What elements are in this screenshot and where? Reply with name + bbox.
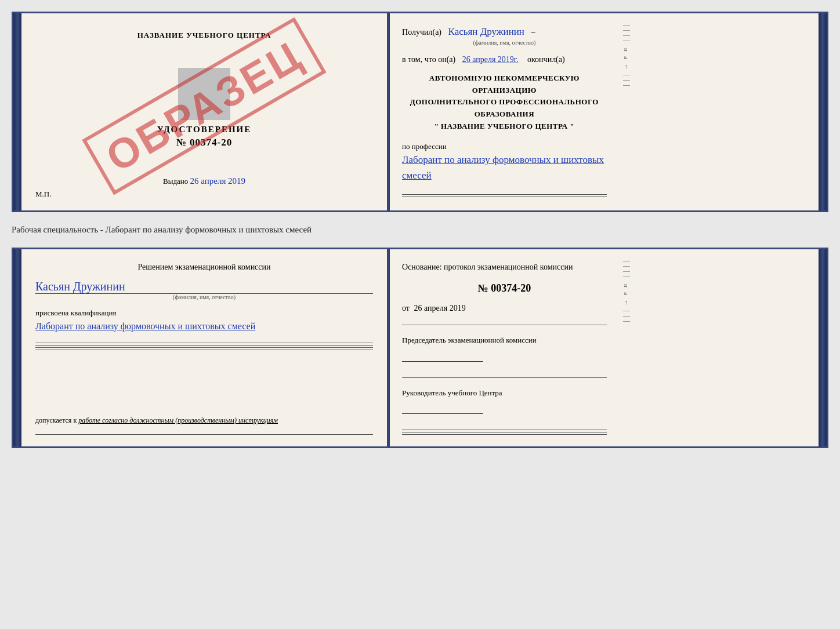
bottom-left-lines: [35, 343, 373, 350]
poluchil-label: Получил(а): [402, 28, 441, 37]
margin-lines-top: и а ←: [621, 13, 632, 210]
photo-placeholder: [178, 68, 230, 120]
top-card-right: Получил(а) Касьян Дружинин – (фамилия, и…: [388, 13, 621, 210]
line-b3: [35, 347, 373, 348]
vtom-block: в том, что он(а) 26 апреля 2019г. окончи…: [402, 55, 607, 64]
line-f1: [35, 434, 373, 435]
bottom-document-card: Решением экзаменационной комиссии Касьян…: [12, 248, 828, 448]
school-title: НАЗВАНИЕ УЧЕБНОГО ЦЕНТРА: [137, 31, 271, 40]
kvali-value: Лаборант по анализу формовочных и шихтов…: [35, 319, 373, 334]
org-line3: " НАЗВАНИЕ УЧЕБНОГО ЦЕНТРА ": [402, 121, 607, 133]
margin-b-и: и: [623, 284, 630, 288]
protocol-date-line: от 26 апреля 2019: [402, 304, 607, 313]
predsedatel-label: Председатель экзаменационной комиссии: [402, 335, 607, 347]
bottom-left-final-lines: [35, 434, 373, 435]
vtom-label: в том, что он(а): [402, 55, 455, 64]
binding-left-top: [13, 13, 21, 210]
predsedatel-block: Председатель экзаменационной комиссии: [402, 335, 607, 366]
rukovoditель-label: Руководитель учебного Центра: [402, 387, 607, 399]
okonchil-label: окончил(а): [527, 55, 565, 64]
bottom-right-remaining: [402, 430, 607, 435]
org-line2: ДОПОЛНИТЕЛЬНОГО ПРОФЕССИОНАЛЬНОГО ОБРАЗО…: [402, 96, 607, 121]
line-r1: [402, 325, 607, 325]
line-r4: [402, 432, 607, 432]
reshenie-header: Решением экзаменационной комиссии: [35, 261, 373, 273]
margin-text-и: и: [623, 48, 630, 52]
line2: [402, 197, 607, 197]
binding-right-top: [819, 13, 827, 210]
margin-b-left: ←: [623, 300, 630, 306]
line-r3: [402, 430, 607, 430]
top-card-left: НАЗВАНИЕ УЧЕБНОГО ЦЕНТРА ОБРАЗЕЦ УДОСТОВ…: [21, 13, 388, 210]
protocol-date-prefix: от: [402, 304, 410, 312]
issued-label: Выдано: [163, 177, 188, 186]
binding-left-bottom: [13, 249, 21, 446]
line-b1: [35, 343, 373, 343]
middle-specialty-text: Рабочая специальность - Лаборант по анал…: [12, 221, 828, 238]
prof-label: по профессии: [402, 141, 607, 152]
top-document-card: НАЗВАНИЕ УЧЕБНОГО ЦЕНТРА ОБРАЗЕЦ УДОСТОВ…: [12, 12, 828, 212]
mp-label: М.П.: [35, 190, 51, 199]
bottom-right-line1: [402, 325, 607, 325]
margin-b-а: а: [623, 292, 630, 295]
dopuskaetsya-block: допускается к работе согласно должностны…: [35, 416, 373, 425]
protocol-number: № 00374-20: [402, 282, 607, 294]
vtom-date: 26 апреля 2019г.: [462, 55, 519, 64]
bottom-right-line2: [402, 377, 607, 378]
bottom-card-left: Решением экзаменационной комиссии Касьян…: [21, 249, 388, 446]
prof-block: по профессии Лаборант по анализу формово…: [402, 141, 607, 184]
kvali-label: присвоена квалификация: [35, 307, 373, 319]
predsedatel-signature: [402, 351, 483, 362]
org-block: АВТОНОМНУЮ НЕКОММЕРЧЕСКУЮ ОРГАНИЗАЦИЮ ДО…: [402, 72, 607, 133]
kvali-block: присвоена квалификация Лаборант по анали…: [35, 307, 373, 333]
bottom-name-sublabel: (фамилия, имя, отчество): [35, 294, 373, 300]
dopuskaetsya-label: допускается к: [35, 416, 77, 424]
rukovoditель-signature: [402, 403, 483, 414]
binding-right-bottom: [819, 249, 827, 446]
margin-lines-bottom: и а ←: [621, 249, 632, 446]
cert-number: № 00374-20: [176, 137, 233, 148]
recipient-name: Касьян Дружинин: [448, 26, 524, 37]
line-b2: [35, 345, 373, 346]
cert-label: УДОСТОВЕРЕНИЕ: [157, 125, 252, 134]
rukovoditель-block: Руководитель учебного Центра: [402, 387, 607, 419]
poluchil-block: Получил(а) Касьян Дружинин – (фамилия, и…: [402, 25, 607, 47]
margin-text-а: а: [623, 56, 630, 59]
bottom-name: Касьян Дружинин: [35, 280, 373, 294]
bottom-card-right: Основание: протокол экзаменационной коми…: [388, 249, 621, 446]
margin-text-left: ←: [623, 64, 630, 70]
underlines-top: [402, 194, 607, 197]
prof-value: Лаборант по анализу формовочных и шихтов…: [402, 152, 607, 183]
line1: [402, 194, 607, 195]
line-r5: [402, 434, 607, 435]
bottom-name-block: Касьян Дружинин (фамилия, имя, отчество): [35, 280, 373, 300]
dopuskaetsya-text: работе согласно должностным (производств…: [78, 416, 278, 424]
issued-line: Выдано 26 апреля 2019: [163, 176, 245, 186]
osnov-block: Основание: протокол экзаменационной коми…: [402, 261, 607, 273]
org-line1: АВТОНОМНУЮ НЕКОММЕРЧЕСКУЮ ОРГАНИЗАЦИЮ: [402, 72, 607, 97]
line-r2: [402, 377, 607, 378]
name-sublabel: (фамилия, имя, отчество): [402, 39, 607, 47]
protocol-date-value: 26 апреля 2019: [414, 304, 465, 312]
line-b4: [35, 350, 373, 350]
issued-date: 26 апреля 2019: [190, 176, 246, 186]
